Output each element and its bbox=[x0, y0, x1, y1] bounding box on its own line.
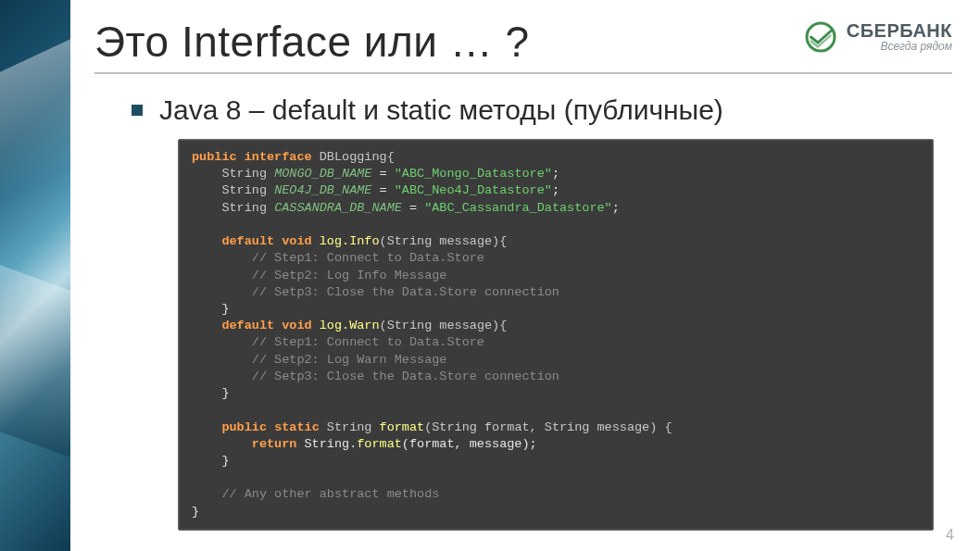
sberbank-logo: СБЕРБАНК Всегда рядом bbox=[804, 17, 952, 54]
bullet-item: Java 8 – default и static методы (публич… bbox=[132, 94, 952, 126]
logo-brand: СБЕРБАНК bbox=[847, 21, 952, 41]
slide-content: Это Interface или … ? СБЕРБАНК Всегда ря… bbox=[70, 0, 980, 551]
bullet-text: Java 8 – default и static методы (публич… bbox=[159, 94, 723, 126]
bullet-square-icon bbox=[132, 105, 143, 116]
logo-text: СБЕРБАНК Всегда рядом bbox=[847, 21, 952, 53]
code-block: public interface DBLogging{ String MONGO… bbox=[178, 139, 934, 531]
slide: Это Interface или … ? СБЕРБАНК Всегда ря… bbox=[0, 0, 980, 551]
page-number: 4 bbox=[946, 527, 954, 544]
header: Это Interface или … ? СБЕРБАНК Всегда ря… bbox=[94, 17, 952, 74]
logo-slogan: Всегда рядом bbox=[847, 41, 952, 53]
decorative-side-strip bbox=[0, 0, 70, 551]
slide-title: Это Interface или … ? bbox=[94, 17, 530, 67]
sberbank-logo-icon bbox=[804, 20, 837, 54]
